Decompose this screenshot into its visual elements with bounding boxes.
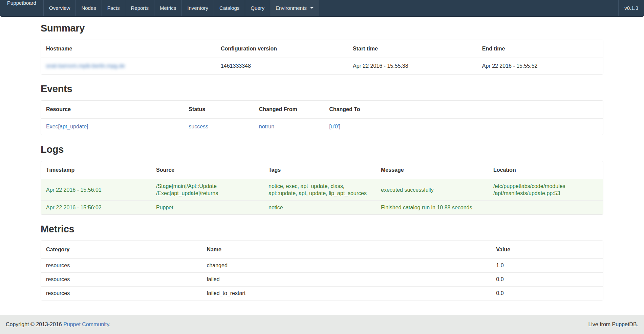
copyright-prefix: Copyright © 2013-2016: [6, 321, 63, 327]
nav-menu: Overview Nodes Facts Reports Metrics Inv…: [44, 0, 319, 16]
col-header-hostname: Hostname: [41, 40, 218, 58]
metrics-header-row: Category Name Value: [41, 241, 603, 259]
brand-link[interactable]: Puppetboard: [0, 0, 43, 6]
event-row: Exec[apt_update] success notrun [u'0']: [41, 119, 603, 135]
copyright-text: Copyright © 2013-2016 Puppet Community.: [6, 321, 110, 328]
col-header-resource: Resource: [41, 101, 186, 119]
config-version-cell: 1461333348: [218, 58, 350, 75]
nav-item-inventory: Inventory: [182, 0, 214, 16]
nav-item-overview: Overview: [44, 0, 76, 16]
metric-row: resources failed 0.0: [41, 273, 603, 287]
nav-item-facts: Facts: [102, 0, 126, 16]
summary-row: snat-tservvm.mpib-berlin.mpg.de 14613333…: [41, 58, 603, 75]
col-header-location: Location: [491, 161, 603, 179]
event-status-link[interactable]: success: [189, 124, 208, 129]
metric-value-cell: 0.0: [493, 287, 603, 300]
nav-link-nodes[interactable]: Nodes: [76, 0, 101, 16]
log-location-line: /apt/manifests/update.pp:53: [493, 190, 600, 197]
summary-header-row: Hostname Configuration version Start tim…: [41, 40, 603, 58]
events-heading: Events: [41, 83, 603, 95]
metrics-heading: Metrics: [41, 224, 603, 235]
logs-heading: Logs: [41, 144, 603, 155]
metric-name-cell: failed: [204, 273, 493, 287]
log-tags-cell: notice, exec, apt_update, class, apt::up…: [266, 179, 378, 201]
col-header-status: Status: [186, 101, 256, 119]
logs-table: Timestamp Source Tags Message Location A…: [41, 161, 603, 214]
nav-link-facts[interactable]: Facts: [102, 0, 125, 16]
copyright-suffix: .: [109, 321, 110, 327]
col-header-start-time: Start time: [350, 40, 479, 58]
logs-header-row: Timestamp Source Tags Message Location: [41, 161, 603, 179]
main-content: Summary Hostname Configuration version S…: [41, 23, 603, 300]
logs-section: Logs Timestamp Source Tags Message Locat…: [41, 144, 603, 215]
metric-name-cell: failed_to_restart: [204, 287, 493, 300]
nav-link-overview[interactable]: Overview: [44, 0, 76, 16]
log-source-line: /Stage[main]/Apt::Update: [156, 183, 263, 190]
brand: Puppetboard: [0, 0, 44, 16]
metrics-panel: Category Name Value resources changed 1.…: [41, 241, 603, 300]
nav-link-metrics[interactable]: Metrics: [154, 0, 181, 16]
nav-link-catalogs[interactable]: Catalogs: [214, 0, 245, 16]
nav-item-nodes: Nodes: [76, 0, 102, 16]
log-timestamp-cell: Apr 22 2016 - 15:56:02: [41, 201, 153, 215]
nav-link-inventory[interactable]: Inventory: [182, 0, 214, 16]
metric-category-cell: resources: [41, 273, 204, 287]
summary-heading: Summary: [41, 23, 603, 34]
puppet-community-link[interactable]: Puppet Community: [63, 321, 109, 327]
summary-section: Summary Hostname Configuration version S…: [41, 23, 603, 75]
metric-row: resources failed_to_restart 0.0: [41, 287, 603, 300]
summary-panel: Hostname Configuration version Start tim…: [41, 40, 603, 75]
nav-link-reports[interactable]: Reports: [125, 0, 154, 16]
col-header-tags: Tags: [266, 161, 378, 179]
col-header-changed-from: Changed From: [256, 101, 327, 119]
metric-category-cell: resources: [41, 287, 204, 300]
metric-row: resources changed 1.0: [41, 259, 603, 273]
caret-down-icon: [310, 7, 314, 9]
environments-dropdown-toggle[interactable]: Environments: [270, 0, 319, 16]
hostname-link[interactable]: snat-tservvm.mpib-berlin.mpg.de: [46, 63, 125, 69]
metric-category-cell: resources: [41, 259, 204, 273]
nav-link-query[interactable]: Query: [245, 0, 270, 16]
col-header-category: Category: [41, 241, 204, 259]
page-footer: Copyright © 2013-2016 Puppet Community. …: [0, 315, 644, 334]
nav-item-query: Query: [245, 0, 270, 16]
log-location-cell: /etc/puppetlabs/code/modules /apt/manife…: [491, 179, 603, 201]
event-changed-to-link[interactable]: [u'0']: [329, 124, 340, 129]
log-timestamp-cell: Apr 22 2016 - 15:56:01: [41, 179, 153, 201]
col-header-value: Value: [493, 241, 603, 259]
metric-value-cell: 1.0: [493, 259, 603, 273]
col-header-timestamp: Timestamp: [41, 161, 153, 179]
metrics-section: Metrics Category Name Value resources ch…: [41, 224, 603, 300]
col-header-name: Name: [204, 241, 493, 259]
metric-name-cell: changed: [204, 259, 493, 273]
log-source-cell: /Stage[main]/Apt::Update /Exec[apt_updat…: [153, 179, 266, 201]
logs-panel: Timestamp Source Tags Message Location A…: [41, 161, 603, 215]
event-resource-link[interactable]: Exec[apt_update]: [46, 124, 88, 129]
top-navbar: Puppetboard Overview Nodes Facts Reports…: [0, 0, 644, 17]
col-header-source: Source: [153, 161, 266, 179]
event-changed-from-link[interactable]: notrun: [259, 124, 274, 129]
events-section: Events Resource Status Changed From Chan…: [41, 83, 603, 135]
environments-label: Environments: [276, 5, 307, 11]
end-time-cell: Apr 22 2016 - 15:55:52: [479, 58, 603, 75]
puppetdb-status-text: Live from PuppetDB.: [588, 321, 638, 328]
version-label: v0.1.3: [618, 0, 644, 16]
events-panel: Resource Status Changed From Changed To …: [41, 100, 603, 135]
log-source-cell: Puppet: [153, 201, 266, 215]
log-tags-cell: notice: [266, 201, 378, 215]
events-header-row: Resource Status Changed From Changed To: [41, 101, 603, 119]
environments-dropdown: Environments: [270, 0, 319, 16]
col-header-end-time: End time: [479, 40, 603, 58]
log-location-cell: [491, 201, 603, 215]
log-row: Apr 22 2016 - 15:56:01 /Stage[main]/Apt:…: [41, 179, 603, 201]
nav-item-metrics: Metrics: [154, 0, 182, 16]
metrics-table: Category Name Value resources changed 1.…: [41, 241, 603, 300]
col-header-message: Message: [378, 161, 491, 179]
log-source-line: /Exec[apt_update]/returns: [156, 190, 263, 197]
nav-item-catalogs: Catalogs: [214, 0, 245, 16]
events-table: Resource Status Changed From Changed To …: [41, 101, 603, 135]
col-header-changed-to: Changed To: [326, 101, 603, 119]
log-row: Apr 22 2016 - 15:56:02 Puppet notice Fin…: [41, 201, 603, 215]
log-location-line: /etc/puppetlabs/code/modules: [493, 183, 600, 190]
col-header-config-version: Configuration version: [218, 40, 350, 58]
